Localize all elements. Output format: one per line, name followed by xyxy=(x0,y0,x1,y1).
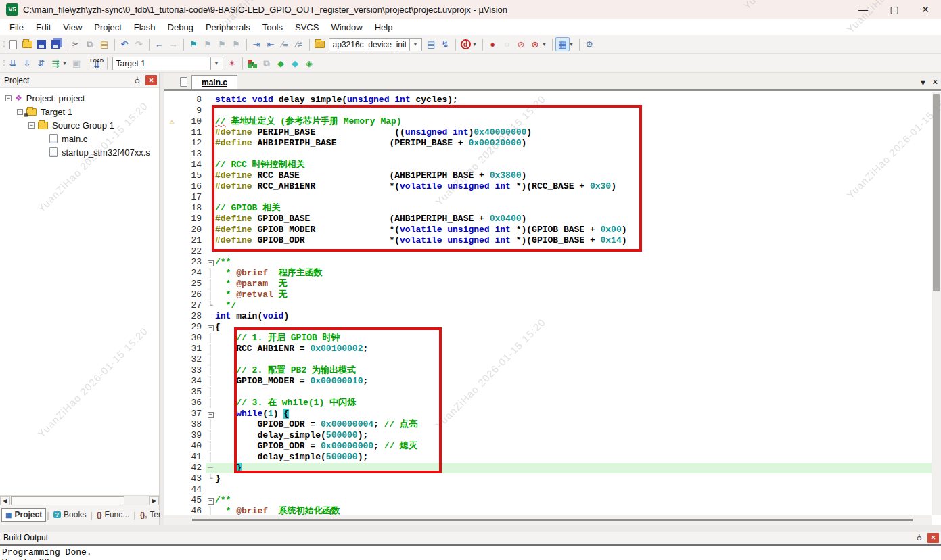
fold-collapse-icon[interactable]: − xyxy=(206,322,215,333)
manage-rte-icon[interactable] xyxy=(246,56,260,70)
code-line-25[interactable]: 25│ * @param 无 xyxy=(164,279,932,289)
search-dropdown-icon[interactable]: ▼ xyxy=(410,38,422,51)
books-settings-icon[interactable]: ◆ xyxy=(274,56,288,70)
fold-collapse-icon[interactable]: − xyxy=(206,409,215,419)
code-line-23[interactable]: 23−/** xyxy=(164,257,932,268)
code-line-13[interactable]: 13 xyxy=(164,149,932,160)
target-dropdown-icon[interactable]: ▼ xyxy=(211,57,223,70)
code-line-12[interactable]: 12#define AHB1PERIPH_BASE (PERIPH_BASE +… xyxy=(164,138,932,149)
menu-view[interactable]: View xyxy=(57,21,88,34)
fold-collapse-icon[interactable]: − xyxy=(206,495,215,506)
insert-breakpoint-icon[interactable]: ● xyxy=(486,37,500,51)
unindent-icon[interactable]: ⇤ xyxy=(264,37,278,51)
incremental-find-icon[interactable]: ↯ xyxy=(438,37,453,51)
clear-bookmarks-icon[interactable]: ⚑ xyxy=(229,37,244,51)
code-line-10[interactable]: ⚠10// 基地址定义 (参考芯片手册 Memory Map) xyxy=(164,116,932,127)
window-layout-icon[interactable]: ▦ xyxy=(555,37,570,51)
code-line-40[interactable]: 40│ GPIOB_ODR = 0x00000000; // 熄灭 xyxy=(164,441,932,452)
minimize-button[interactable]: — xyxy=(848,0,879,19)
tab-main-c[interactable]: main.c xyxy=(191,75,237,89)
undo-icon[interactable]: ↶ xyxy=(118,37,132,51)
tree-item-source-group-1[interactable]: −Source Group 1 xyxy=(0,118,159,132)
options-for-target-icon[interactable]: ✶ xyxy=(225,56,239,70)
pack-installer-icon[interactable]: ◈ xyxy=(302,56,317,70)
menu-tools[interactable]: Tools xyxy=(256,21,289,34)
document-list-dropdown-icon[interactable]: ▼ xyxy=(919,78,927,87)
tab-project[interactable]: ▦Project xyxy=(1,508,46,522)
code-line-41[interactable]: 41│ delay_simple(500000); xyxy=(164,452,932,463)
insert-bookmark-icon[interactable]: ⚑ xyxy=(187,37,201,51)
editor-horizontal-scrollbar[interactable] xyxy=(164,515,932,525)
translate-file-icon[interactable]: ⇊ xyxy=(6,56,20,70)
previous-bookmark-icon[interactable]: ⚑ xyxy=(201,37,215,51)
code-line-35[interactable]: 35│ xyxy=(164,387,932,398)
find-in-files-folder-icon[interactable] xyxy=(313,37,327,51)
new-file-icon[interactable] xyxy=(6,37,20,51)
target-select-value[interactable]: Target 1 xyxy=(112,57,211,70)
menu-edit[interactable]: Edit xyxy=(30,21,57,34)
code-line-14[interactable]: 14// RCC 时钟控制相关 xyxy=(164,160,932,170)
fold-collapse-icon[interactable]: − xyxy=(206,257,215,268)
pin-icon[interactable]: ⚲ xyxy=(913,532,925,543)
code-line-8[interactable]: 8static void delay_simple(unsigned int c… xyxy=(164,95,932,106)
tree-expander-icon[interactable]: − xyxy=(17,109,23,115)
menu-window[interactable]: Window xyxy=(325,21,368,34)
code-line-31[interactable]: 31│ RCC_AHB1ENR = 0x00100002; xyxy=(164,344,932,354)
code-line-39[interactable]: 39│ delay_simple(500000); xyxy=(164,430,932,441)
comment-icon[interactable]: ∕≡ xyxy=(278,37,292,51)
code-line-43[interactable]: 43└} xyxy=(164,473,932,484)
tree-item-startup-stm32f407xx-s[interactable]: startup_stm32f407xx.s xyxy=(0,145,159,159)
next-bookmark-icon[interactable]: ⚑ xyxy=(215,37,229,51)
code-line-9[interactable]: 9 xyxy=(164,106,932,116)
code-line-29[interactable]: 29−{ xyxy=(164,322,932,333)
stop-build-icon[interactable]: ▣ xyxy=(70,56,84,70)
code-line-15[interactable]: 15#define RCC_BASE (AHB1PERIPH_BASE + 0x… xyxy=(164,170,932,181)
code-line-38[interactable]: 38│ GPIOB_ODR = 0x00000004; // 点亮 xyxy=(164,419,932,430)
code-line-30[interactable]: 30│ // 1. 开启 GPIOB 时钟 xyxy=(164,333,932,344)
scroll-right-icon[interactable]: ▶ xyxy=(149,496,159,505)
cut-icon[interactable]: ✂ xyxy=(69,37,83,51)
scroll-track[interactable] xyxy=(10,496,149,505)
configure-uvision-icon[interactable]: ⚙ xyxy=(582,37,597,51)
bottom-splitter[interactable] xyxy=(0,525,941,532)
code-line-19[interactable]: 19#define GPIOB_BASE (AHB1PERIPH_BASE + … xyxy=(164,214,932,225)
paste-icon[interactable]: ▤ xyxy=(97,37,112,51)
pin-icon[interactable]: ⚲ xyxy=(131,75,143,86)
code-line-24[interactable]: 24│ * @brief 程序主函数 xyxy=(164,268,932,279)
close-document-icon[interactable]: ✕ xyxy=(932,78,938,87)
close-panel-icon[interactable]: ✕ xyxy=(927,533,939,543)
tree-expander-icon[interactable]: − xyxy=(28,122,35,129)
open-folder-icon[interactable] xyxy=(20,37,35,51)
code-line-26[interactable]: 26│ * @retval 无 xyxy=(164,289,932,300)
rebuild-all-icon[interactable]: ⇵ xyxy=(35,56,49,70)
code-line-36[interactable]: 36│ // 3. 在 while(1) 中闪烁 xyxy=(164,398,932,409)
build-icon[interactable]: ⇩ xyxy=(20,56,35,70)
search-input[interactable] xyxy=(329,38,410,51)
find-in-files-d-icon-dropdown[interactable]: ▾ xyxy=(474,41,480,47)
code-editor[interactable]: 8static void delay_simple(unsigned int c… xyxy=(164,92,932,515)
code-line-46[interactable]: 46│ * @brief 系统初始化函数 xyxy=(164,506,932,515)
code-line-16[interactable]: 16#define RCC_AHB1ENR *(volatile unsigne… xyxy=(164,181,932,192)
menu-project[interactable]: Project xyxy=(88,21,127,34)
redo-icon[interactable]: ↷ xyxy=(132,37,146,51)
file-extensions-icon[interactable]: ⧉ xyxy=(260,56,274,70)
tree-item-project-project[interactable]: −❖Project: project xyxy=(0,91,159,105)
find-in-document-icon[interactable]: ▤ xyxy=(424,37,438,51)
kill-all-breakpoints-icon[interactable]: ⊗ xyxy=(528,37,543,51)
find-in-files-d-icon[interactable]: d xyxy=(459,37,473,51)
menu-file[interactable]: File xyxy=(3,21,30,34)
menu-debug[interactable]: Debug xyxy=(162,21,200,34)
menu-help[interactable]: Help xyxy=(369,21,399,34)
copy-icon[interactable]: ⧉ xyxy=(83,37,97,51)
enable-breakpoint-icon[interactable]: ○ xyxy=(500,37,514,51)
kill-all-breakpoints-icon-dropdown[interactable]: ▾ xyxy=(543,41,549,47)
code-line-22[interactable]: 22 xyxy=(164,246,932,257)
code-line-27[interactable]: 27└ */ xyxy=(164,300,932,311)
close-button[interactable]: ✕ xyxy=(910,0,941,19)
menu-flash[interactable]: Flash xyxy=(128,21,162,34)
batch-build-icon-dropdown[interactable]: ▾ xyxy=(64,60,70,66)
scroll-thumb[interactable] xyxy=(933,94,940,291)
code-line-34[interactable]: 34│ GPIOB_MODER = 0x00000010; xyxy=(164,376,932,387)
tree-expander-icon[interactable]: − xyxy=(5,95,12,101)
code-line-18[interactable]: 18// GPIOB 相关 xyxy=(164,203,932,214)
